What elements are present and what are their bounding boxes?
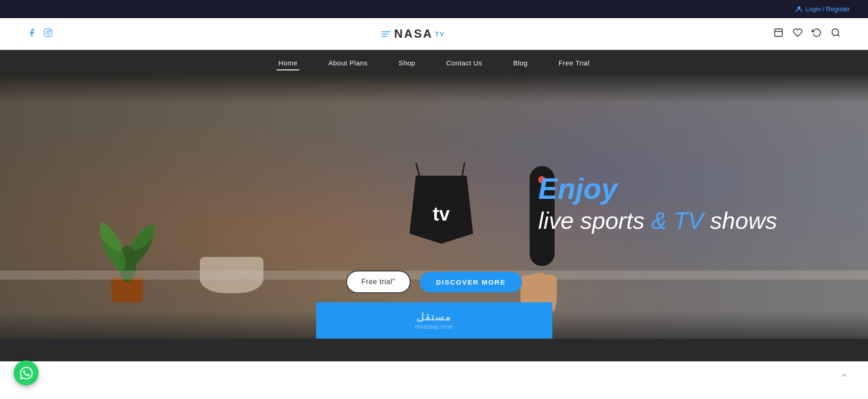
login-register-link[interactable]: Login / Register — [795, 5, 850, 13]
bottom-bar — [0, 339, 868, 361]
hero-section: tv Enjoy live sports & TV shows Free tri… — [0, 75, 868, 339]
tv-logo-text: tv — [433, 203, 450, 225]
svg-line-6 — [838, 34, 839, 36]
mostaql-logo-text: مستقل — [417, 311, 451, 323]
free-trial-button[interactable]: Free trial" — [346, 271, 411, 293]
hero-heading-enjoy: Enjoy — [538, 174, 777, 203]
svg-rect-1 — [45, 29, 52, 37]
header-icon-group — [774, 28, 841, 40]
history-icon[interactable] — [812, 28, 822, 40]
top-bar: Login / Register — [0, 0, 868, 18]
cart-icon[interactable] — [774, 28, 784, 40]
tv-logo-overlay: tv — [405, 162, 478, 244]
social-icons — [27, 28, 53, 39]
mostaql-overlay: مستقل mostaql.com — [316, 302, 552, 339]
discover-more-button[interactable]: DISCOVER MORE — [420, 272, 522, 292]
nav-item-about-plans[interactable]: About Plans — [327, 55, 369, 70]
site-logo[interactable]: NASA TV — [382, 27, 445, 41]
nav-item-contact-us[interactable]: Contact Us — [444, 55, 484, 70]
logo-lines-decoration — [382, 31, 391, 37]
logo-tv: TV — [435, 30, 445, 38]
mostaql-url: mostaql.com — [415, 323, 453, 330]
hero-buttons: Free trial" DISCOVER MORE — [346, 271, 522, 293]
tv-shape-body: tv — [410, 176, 473, 244]
nav-item-shop[interactable]: Shop — [397, 55, 417, 70]
instagram-icon[interactable] — [44, 28, 53, 39]
svg-point-5 — [832, 29, 839, 36]
hero-text-block: Enjoy live sports & TV shows — [538, 174, 777, 234]
user-icon — [795, 5, 803, 13]
search-icon[interactable] — [831, 28, 841, 40]
hero-heading-sub: live sports & TV shows — [538, 208, 777, 234]
tv-logo-shape: tv — [405, 162, 478, 244]
svg-point-2 — [47, 31, 50, 34]
nav-item-home[interactable]: Home — [277, 55, 299, 70]
main-navbar: Home About Plans Shop Contact Us Blog Fr… — [0, 50, 868, 75]
svg-rect-15 — [521, 275, 557, 302]
svg-point-0 — [798, 6, 800, 9]
plant-decoration — [100, 202, 154, 302]
facebook-icon[interactable] — [27, 28, 36, 39]
svg-rect-4 — [775, 29, 783, 37]
svg-point-3 — [50, 30, 51, 31]
plant-leaves-svg — [100, 200, 154, 282]
header: NASA TV — [0, 18, 868, 50]
hero-top-overlay — [0, 75, 868, 103]
nav-item-blog[interactable]: Blog — [511, 55, 530, 70]
heart-icon[interactable] — [793, 28, 803, 40]
logo-text: NASA — [394, 27, 433, 41]
nav-item-free-trial[interactable]: Free Trial — [557, 55, 591, 70]
